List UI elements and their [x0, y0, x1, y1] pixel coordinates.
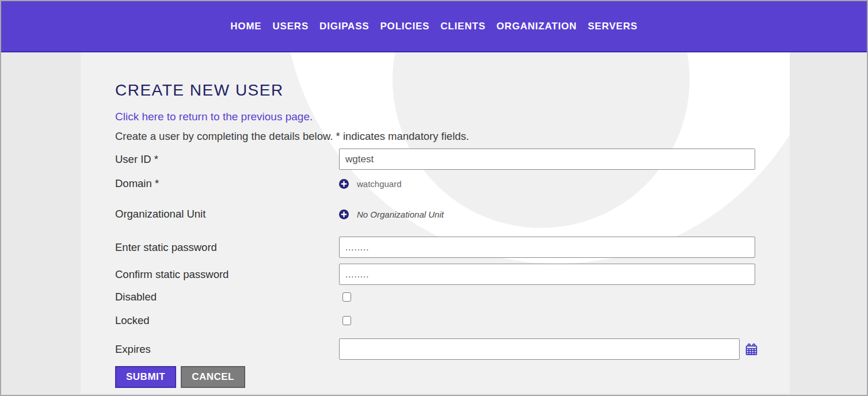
cancel-button[interactable]: CANCEL	[181, 366, 245, 388]
organizational-unit-row: Organizational Unit No Organizational Un…	[115, 207, 790, 222]
page-title: CREATE NEW USER	[115, 81, 790, 100]
enter-static-password-label: Enter static password	[115, 241, 339, 254]
submit-button[interactable]: SUBMIT	[115, 366, 176, 388]
user-id-label: User ID *	[115, 153, 339, 166]
confirm-static-password-label: Confirm static password	[115, 268, 339, 281]
content-panel: CREATE NEW USER Click here to return to …	[81, 52, 790, 394]
disabled-row: Disabled	[115, 290, 790, 304]
expires-input[interactable]	[339, 338, 740, 360]
expires-label: Expires	[115, 343, 339, 356]
nav-item-policies[interactable]: POLICIES	[380, 21, 429, 32]
calendar-icon	[745, 343, 757, 356]
nav-item-digipass[interactable]: DIGIPASS	[319, 21, 369, 32]
enter-static-password-input[interactable]	[339, 237, 755, 258]
create-user-content: CREATE NEW USER Click here to return to …	[81, 52, 790, 388]
return-previous-page-link[interactable]: Click here to return to the previous pag…	[115, 111, 313, 123]
confirm-static-password-row: Confirm static password	[115, 264, 790, 285]
locked-label: Locked	[115, 314, 339, 327]
disabled-label: Disabled	[115, 291, 339, 303]
plus-circle-icon	[339, 179, 349, 189]
page-background: CREATE NEW USER Click here to return to …	[1, 52, 867, 394]
form-instructions: Create a user by completing the details …	[115, 130, 790, 143]
expires-calendar-button[interactable]	[745, 343, 757, 356]
plus-circle-icon	[339, 210, 349, 219]
form-actions-row: SUBMIT CANCEL	[115, 366, 790, 388]
domain-value: watchguard	[357, 179, 402, 189]
enter-static-password-row: Enter static password	[115, 237, 790, 258]
nav-item-clients[interactable]: CLIENTS	[440, 21, 485, 32]
organizational-unit-value: No Organizational Unit	[357, 210, 444, 219]
nav-item-home[interactable]: HOME	[230, 21, 261, 32]
confirm-static-password-input[interactable]	[339, 264, 755, 285]
domain-label: Domain *	[115, 177, 339, 190]
user-id-row: User ID *	[115, 148, 790, 170]
top-navbar: HOME USERS DIGIPASS POLICIES CLIENTS ORG…	[1, 1, 867, 52]
user-id-input[interactable]	[339, 148, 755, 170]
expires-row: Expires	[115, 338, 790, 360]
locked-row: Locked	[115, 314, 790, 328]
nav-item-organization[interactable]: ORGANIZATION	[497, 21, 577, 32]
organizational-unit-label: Organizational Unit	[115, 208, 339, 220]
disabled-checkbox[interactable]	[342, 292, 351, 302]
nav-item-servers[interactable]: SERVERS	[588, 21, 638, 32]
locked-checkbox[interactable]	[342, 316, 351, 325]
domain-row: Domain * watchguard	[115, 176, 790, 191]
nav-item-users[interactable]: USERS	[273, 21, 309, 32]
app-window: HOME USERS DIGIPASS POLICIES CLIENTS ORG…	[0, 0, 868, 396]
domain-expand-button[interactable]	[339, 179, 349, 189]
organizational-unit-expand-button[interactable]	[339, 210, 349, 219]
